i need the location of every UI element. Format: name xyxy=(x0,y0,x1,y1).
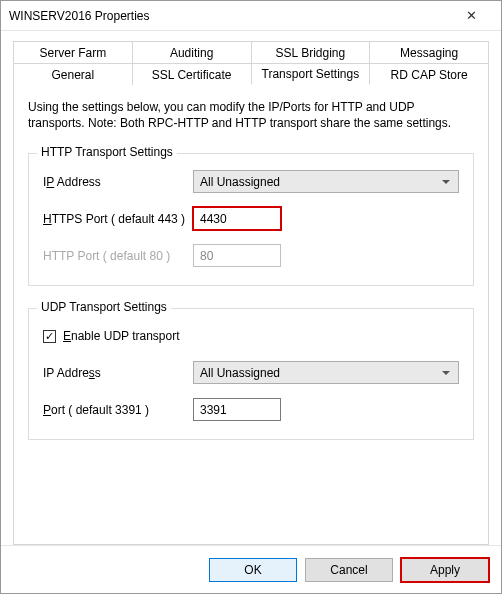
https-port-label: HTTPS Port ( default 443 ) xyxy=(43,212,193,226)
tab-ssl-bridging[interactable]: SSL Bridging xyxy=(251,41,371,63)
cancel-button[interactable]: Cancel xyxy=(305,558,393,582)
udp-group-title: UDP Transport Settings xyxy=(37,300,171,314)
http-transport-group: HTTP Transport Settings IP Address All U… xyxy=(28,153,474,286)
tab-server-farm[interactable]: Server Farm xyxy=(13,41,133,63)
properties-dialog: WINSERV2016 Properties ✕ Server Farm Aud… xyxy=(0,0,502,594)
tabs: Server Farm Auditing SSL Bridging Messag… xyxy=(13,41,489,85)
udp-port-input[interactable] xyxy=(193,398,281,421)
https-port-input[interactable] xyxy=(193,207,281,230)
window-title: WINSERV2016 Properties xyxy=(9,9,449,23)
tab-messaging[interactable]: Messaging xyxy=(369,41,489,63)
apply-button[interactable]: Apply xyxy=(401,558,489,582)
dialog-content: Server Farm Auditing SSL Bridging Messag… xyxy=(1,31,501,545)
http-ip-select[interactable]: All Unassigned xyxy=(193,170,459,193)
tab-transport-settings[interactable]: Transport Settings xyxy=(251,63,371,85)
tab-panel-transport: Using the settings below, you can modify… xyxy=(13,84,489,545)
http-group-title: HTTP Transport Settings xyxy=(37,145,177,159)
close-icon: ✕ xyxy=(466,8,477,23)
http-port-label: HTTP Port ( default 80 ) xyxy=(43,249,193,263)
tab-rd-cap-store[interactable]: RD CAP Store xyxy=(369,63,489,85)
window-controls: ✕ xyxy=(449,2,493,30)
tab-ssl-certificate[interactable]: SSL Certificate xyxy=(132,63,252,85)
intro-text: Using the settings below, you can modify… xyxy=(28,99,474,131)
enable-udp-checkbox[interactable] xyxy=(43,330,56,343)
ok-button[interactable]: OK xyxy=(209,558,297,582)
button-bar: OK Cancel Apply xyxy=(1,545,501,593)
close-button[interactable]: ✕ xyxy=(449,2,493,30)
tab-auditing[interactable]: Auditing xyxy=(132,41,252,63)
enable-udp-label: Enable UDP transport xyxy=(63,329,180,343)
udp-port-label: Port ( default 3391 ) xyxy=(43,403,193,417)
udp-transport-group: UDP Transport Settings Enable UDP transp… xyxy=(28,308,474,440)
http-port-input xyxy=(193,244,281,267)
http-ip-label: IP Address xyxy=(43,175,193,189)
titlebar: WINSERV2016 Properties ✕ xyxy=(1,1,501,31)
udp-ip-label: IP Address xyxy=(43,366,193,380)
tab-general[interactable]: General xyxy=(13,63,133,85)
udp-ip-select[interactable]: All Unassigned xyxy=(193,361,459,384)
